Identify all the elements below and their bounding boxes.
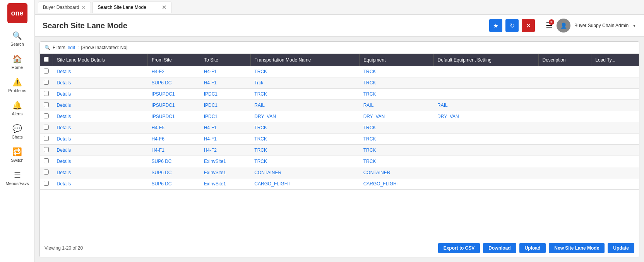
cell-details[interactable]: Details [53, 77, 148, 89]
row-checkbox-cell[interactable] [40, 111, 53, 122]
equipment-link[interactable]: CONTAINER [363, 170, 391, 175]
transport-mode-link[interactable]: CARGO_FLIGHT [254, 181, 290, 187]
cell-equipment[interactable]: TRCK [360, 77, 433, 89]
cell-equipment[interactable]: DRY_VAN [360, 111, 433, 122]
cell-from-site[interactable]: IPSUPDC1 [148, 89, 200, 100]
row-checkbox-cell[interactable] [40, 167, 53, 178]
sidebar-item-home[interactable]: 🏠 Home [0, 50, 34, 74]
from-site-link[interactable]: IPSUPDC1 [152, 114, 175, 119]
cell-from-site[interactable]: SUP6 DC [148, 167, 200, 178]
cell-transport-mode[interactable]: TRCK [250, 145, 359, 156]
to-site-link[interactable]: ExInvSite1 [204, 170, 226, 175]
details-link[interactable]: Details [57, 136, 71, 142]
to-site-link[interactable]: H4-F1 [204, 80, 217, 86]
to-site-link[interactable]: H4-F1 [204, 136, 217, 142]
cell-transport-mode[interactable]: TRCK [250, 122, 359, 134]
cell-to-site[interactable]: IPDC1 [200, 89, 251, 100]
select-all-header[interactable] [40, 54, 53, 66]
transport-mode-link[interactable]: TRCK [254, 147, 267, 153]
row-checkbox-cell[interactable] [40, 134, 53, 145]
default-equip-link[interactable]: DRY_VAN [437, 114, 459, 119]
filters-edit-link[interactable]: edit [68, 45, 75, 50]
details-link[interactable]: Details [57, 125, 71, 130]
cell-from-site[interactable]: SUP6 DC [148, 156, 200, 167]
details-link[interactable]: Details [57, 69, 71, 74]
cell-equipment[interactable]: TRCK [360, 134, 433, 145]
cell-from-site[interactable]: SUP6 DC [148, 178, 200, 190]
cell-to-site[interactable]: H4-F2 [200, 145, 251, 156]
cell-from-site[interactable]: SUP6 DC [148, 77, 200, 89]
equipment-link[interactable]: TRCK [363, 69, 376, 74]
cell-to-site[interactable]: H4-F1 [200, 77, 251, 89]
close-icon[interactable]: ✕ [162, 4, 166, 10]
cell-transport-mode[interactable]: TRCK [250, 134, 359, 145]
from-site-link[interactable]: SUP6 DC [152, 80, 172, 86]
transport-mode-link[interactable]: TRCK [254, 69, 267, 74]
to-site-link[interactable]: IPDC1 [204, 91, 218, 97]
cell-equipment[interactable]: TRCK [360, 122, 433, 134]
details-link[interactable]: Details [57, 147, 71, 153]
cell-to-site[interactable]: H4-F1 [200, 66, 251, 77]
row-checkbox-cell[interactable] [40, 178, 53, 190]
row-checkbox[interactable] [44, 170, 49, 175]
to-site-link[interactable]: ExInvSite1 [204, 181, 226, 187]
from-site-link[interactable]: H4-F1 [152, 147, 164, 153]
close-icon[interactable]: ✕ [81, 4, 86, 10]
cell-equipment[interactable]: TRCK [360, 156, 433, 167]
row-checkbox[interactable] [44, 158, 49, 163]
transport-mode-link[interactable]: TRCK [254, 91, 267, 97]
notifications-button[interactable]: ☰ ✶ [546, 21, 553, 30]
from-site-link[interactable]: SUP6 DC [152, 170, 172, 175]
row-checkbox-cell[interactable] [40, 100, 53, 111]
cell-from-site[interactable]: IPSUPDC1 [148, 100, 200, 111]
details-link[interactable]: Details [57, 170, 71, 175]
from-site-link[interactable]: IPSUPDC1 [152, 91, 175, 97]
update-button[interactable]: Update [608, 243, 634, 253]
cell-to-site[interactable]: ExInvSite1 [200, 178, 251, 190]
cell-details[interactable]: Details [53, 111, 148, 122]
sidebar-item-menus[interactable]: ☰ Menus/Favs [0, 166, 34, 190]
equipment-link[interactable]: TRCK [363, 147, 376, 153]
equipment-link[interactable]: TRCK [363, 91, 376, 97]
cell-equipment[interactable]: TRCK [360, 66, 433, 77]
to-site-link[interactable]: H4-F1 [204, 125, 217, 130]
cell-details[interactable]: Details [53, 100, 148, 111]
details-link[interactable]: Details [57, 159, 71, 164]
sidebar-item-alerts[interactable]: 🔔 Alerts [0, 97, 34, 120]
from-site-link[interactable]: H4-F6 [152, 136, 164, 142]
cell-transport-mode[interactable]: TRCK [250, 89, 359, 100]
row-checkbox[interactable] [44, 136, 49, 141]
download-button[interactable]: Download [483, 243, 516, 253]
cell-from-site[interactable]: H4-F5 [148, 122, 200, 134]
user-name[interactable]: Buyer Suppy Chain Admin [574, 23, 629, 28]
row-checkbox[interactable] [44, 125, 49, 130]
sidebar-item-switch[interactable]: 🔁 Switch [0, 143, 34, 166]
cell-details[interactable]: Details [53, 134, 148, 145]
row-checkbox[interactable] [44, 68, 49, 74]
cell-from-site[interactable]: IPSUPDC1 [148, 111, 200, 122]
select-all-checkbox[interactable] [44, 57, 49, 62]
transport-mode-link[interactable]: TRCK [254, 136, 267, 142]
new-site-lane-mode-button[interactable]: New Site Lane Mode [549, 243, 605, 253]
sidebar-item-chats[interactable]: 💬 Chats [0, 120, 34, 143]
cell-equipment[interactable]: TRCK [360, 89, 433, 100]
cell-details[interactable]: Details [53, 156, 148, 167]
cell-details[interactable]: Details [53, 89, 148, 100]
data-table-container[interactable]: Site Lane Mode Details From Site To Site… [40, 54, 639, 239]
star-button[interactable]: ★ [489, 19, 502, 32]
to-site-link[interactable]: ExInvSite1 [204, 159, 226, 164]
transport-mode-link[interactable]: RAIL [254, 103, 265, 108]
transport-mode-link[interactable]: TRCK [254, 125, 267, 130]
details-link[interactable]: Details [57, 114, 71, 119]
cell-details[interactable]: Details [53, 66, 148, 77]
cell-to-site[interactable]: IPDC1 [200, 111, 251, 122]
transport-mode-link[interactable]: CONTAINER [254, 170, 281, 175]
cell-transport-mode[interactable]: CARGO_FLIGHT [250, 178, 359, 190]
row-checkbox-cell[interactable] [40, 122, 53, 134]
tab-search-site-lane-mode[interactable]: ✕ [92, 2, 171, 13]
details-link[interactable]: Details [57, 181, 71, 187]
cell-to-site[interactable]: IPDC1 [200, 100, 251, 111]
from-site-link[interactable]: H4-F2 [152, 69, 164, 74]
to-site-link[interactable]: IPDC1 [204, 114, 218, 119]
to-site-link[interactable]: IPDC1 [204, 103, 218, 108]
